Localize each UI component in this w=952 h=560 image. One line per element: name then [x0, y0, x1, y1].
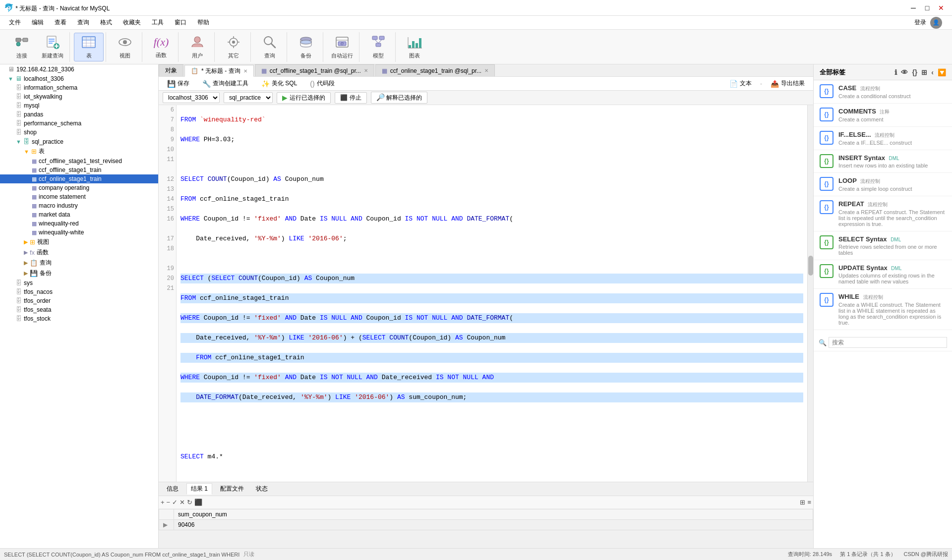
menu-help[interactable]: 帮助: [192, 17, 214, 28]
export-button[interactable]: 📤 导出结果: [766, 78, 809, 89]
sidebar-item-queries-folder[interactable]: ▶ 📋 查询: [0, 258, 158, 268]
snippet-select[interactable]: {} SELECT Syntax DML Retrieve rows selec…: [814, 231, 952, 260]
table-button[interactable]: 表: [74, 33, 104, 61]
results-tab-info[interactable]: 信息: [163, 484, 182, 494]
snippet-repeat[interactable]: {} REPEAT 流程控制 Create a REPEAT construct…: [814, 196, 952, 231]
results-refresh-btn[interactable]: ↻: [187, 499, 192, 506]
code-content[interactable]: FROM `winequality-red` WHERE PH=3.03; SE…: [177, 105, 807, 482]
view-button[interactable]: 视图: [110, 33, 140, 61]
minimize-button[interactable]: ─: [906, 1, 920, 15]
sidebar-item-market-data[interactable]: ▦ market data: [0, 210, 158, 219]
sidebar-item-winequality-white[interactable]: ▦ winequality-white: [0, 228, 158, 237]
results-stop-btn[interactable]: ⬛: [194, 499, 202, 506]
results-tab-profile[interactable]: 配置文件: [216, 484, 248, 494]
function-button[interactable]: f(x) 函数: [146, 33, 176, 61]
close-button[interactable]: ✕: [934, 1, 948, 15]
snippet-update[interactable]: {} UPDATE Syntax DML Updates columns of …: [814, 260, 952, 289]
sidebar-item-winequality-red[interactable]: ▦ winequality-red: [0, 219, 158, 228]
sidebar-item-company-operating[interactable]: ▦ company operating: [0, 183, 158, 192]
menu-edit[interactable]: 编辑: [27, 17, 49, 28]
text-button[interactable]: 📄 文本: [725, 78, 756, 89]
search-input[interactable]: [829, 337, 947, 348]
menu-window[interactable]: 窗口: [170, 17, 191, 28]
snippet-while[interactable]: {} WHILE 流程控制 Create a WHILE construct. …: [814, 289, 952, 330]
menu-tools[interactable]: 工具: [147, 17, 169, 28]
snippet-case[interactable]: {} CASE 流程控制 Create a conditional constr…: [814, 80, 952, 104]
sidebar-item-mysql[interactable]: 🗄 mysql: [0, 101, 158, 110]
menu-query[interactable]: 查询: [72, 17, 94, 28]
code-icon[interactable]: {}: [912, 68, 917, 76]
login-text[interactable]: 登录: [914, 18, 926, 27]
sidebar-item-pandas[interactable]: 🗄 pandas: [0, 110, 158, 119]
code-segment-button[interactable]: () 代码段: [305, 78, 339, 89]
explain-button[interactable]: 🔎 解释已选择的: [371, 92, 427, 104]
sidebar-item-sys[interactable]: 🗄 sys: [0, 279, 158, 287]
tab-ccf-online-close[interactable]: ✕: [484, 68, 488, 73]
server-select[interactable]: localhost_3306: [163, 92, 220, 103]
results-x-btn[interactable]: ✕: [179, 499, 185, 506]
sidebar-item-tfos-seata[interactable]: 🗄 tfos_seata: [0, 305, 158, 314]
sidebar-item-tfos-nacos[interactable]: 🗄 tfos_nacos: [0, 287, 158, 296]
database-select[interactable]: sql_practice: [224, 92, 273, 103]
other-button[interactable]: 其它: [219, 33, 248, 61]
sidebar-item-shop[interactable]: 🗄 shop: [0, 128, 158, 137]
sidebar-item-macro-industry[interactable]: ▦ macro industry: [0, 201, 158, 210]
sidebar-item-ccf-offline-train[interactable]: ▦ ccf_offline_stage1_train: [0, 166, 158, 174]
user-avatar[interactable]: 👤: [930, 17, 942, 29]
sidebar-item-tables-folder[interactable]: ▼ ⊞ 表: [0, 146, 158, 157]
menu-favorites[interactable]: 收藏夹: [118, 17, 146, 28]
sidebar-item-sql-practice[interactable]: ▼ 🗄 sql_practice: [0, 137, 158, 146]
grid-icon[interactable]: ⊞: [921, 68, 927, 76]
maximize-button[interactable]: □: [920, 1, 934, 15]
save-button[interactable]: 💾 保存: [163, 78, 194, 89]
snippet-if-else[interactable]: {} IF...ELSE... 流程控制 Create a IF...ELSE.…: [814, 127, 952, 150]
tab-query[interactable]: 📋 * 无标题 - 查询 ✕: [184, 65, 254, 77]
results-check-btn[interactable]: ✓: [172, 499, 178, 506]
sidebar-item-performance-schema[interactable]: 🗄 performance_schema: [0, 119, 158, 128]
snippet-loop[interactable]: {} LOOP 流程控制 Create a simple loop constr…: [814, 173, 952, 196]
sidebar-item-iot-skywalking[interactable]: 🗄 iot_skywalking: [0, 92, 158, 101]
sidebar-item-server1[interactable]: 🖥 192.168.42.128_3306: [0, 64, 158, 74]
menu-view[interactable]: 查看: [50, 17, 71, 28]
results-add-btn[interactable]: +: [161, 499, 165, 506]
connect-button[interactable]: 连接: [7, 33, 37, 61]
filter-icon[interactable]: 🔽: [938, 68, 946, 76]
results-row-1[interactable]: ▶ 90406: [159, 520, 813, 530]
tab-query-close[interactable]: ✕: [243, 68, 247, 74]
eye-icon[interactable]: 👁: [901, 68, 908, 76]
query-tool-button[interactable]: 🔧 查询创建工具: [198, 78, 253, 89]
backup-button[interactable]: 备份: [291, 33, 321, 61]
results-tab-data[interactable]: 结果 1: [186, 483, 212, 495]
tab-ccf-offline[interactable]: ▦ ccf_offline_stage1_train @sql_pr... ✕: [255, 64, 374, 76]
tab-objects[interactable]: 对象: [159, 64, 183, 76]
tab-ccf-offline-close[interactable]: ✕: [364, 68, 368, 73]
sidebar-item-tfos-order[interactable]: 🗄 tfos_order: [0, 296, 158, 305]
editor-scrollbar[interactable]: [807, 105, 813, 482]
sidebar-item-server2[interactable]: ▼ 🖥 localhost_3306: [0, 74, 158, 83]
code-editor[interactable]: 6 7 8 9 10 11 12 13 14 15 16 17: [159, 105, 813, 482]
sidebar-item-ccf-offline-test[interactable]: ▦ ccf_offline_stage1_test_revised: [0, 157, 158, 166]
sidebar-item-information-schema[interactable]: 🗄 information_schema: [0, 83, 158, 92]
results-minus-btn[interactable]: −: [167, 499, 171, 506]
tab-ccf-online[interactable]: ▦ ccf_online_stage1_train @sql_pr... ✕: [375, 64, 495, 76]
stop-button[interactable]: ⬛ 停止: [335, 92, 367, 104]
query-button[interactable]: 查询: [255, 33, 285, 61]
snippet-comments[interactable]: {} COMMENTS 注释 Create a comment: [814, 104, 952, 127]
results-tab-status[interactable]: 状态: [252, 484, 272, 494]
run-selected-button[interactable]: ▶ 运行已选择的: [277, 92, 331, 104]
info-icon[interactable]: ℹ: [894, 68, 897, 76]
sidebar-item-tfos-stock[interactable]: 🗄 tfos_stock: [0, 314, 158, 323]
sidebar-item-ccf-online-train[interactable]: ▦ ccf_online_stage1_train: [0, 174, 158, 183]
sidebar-item-functions-folder[interactable]: ▶ fx 函数: [0, 247, 158, 258]
chart-button[interactable]: 图表: [400, 33, 429, 61]
new-query-button[interactable]: 新建查询: [38, 33, 67, 61]
user-button[interactable]: 用户: [182, 33, 212, 61]
results-list-btn[interactable]: ≡: [807, 499, 811, 506]
model-button[interactable]: 模型: [363, 33, 393, 61]
sidebar-item-income-statement[interactable]: ▦ income statement: [0, 192, 158, 201]
scrollbar-thumb[interactable]: [808, 256, 813, 276]
autorun-button[interactable]: ⏱ 自动运行: [327, 33, 357, 61]
sidebar-item-backup-folder[interactable]: ▶ 💾 备份: [0, 268, 158, 279]
snippet-insert[interactable]: {} INSERT Syntax DML Insert new rows int…: [814, 150, 952, 173]
collapse-icon[interactable]: ‹: [931, 68, 934, 76]
